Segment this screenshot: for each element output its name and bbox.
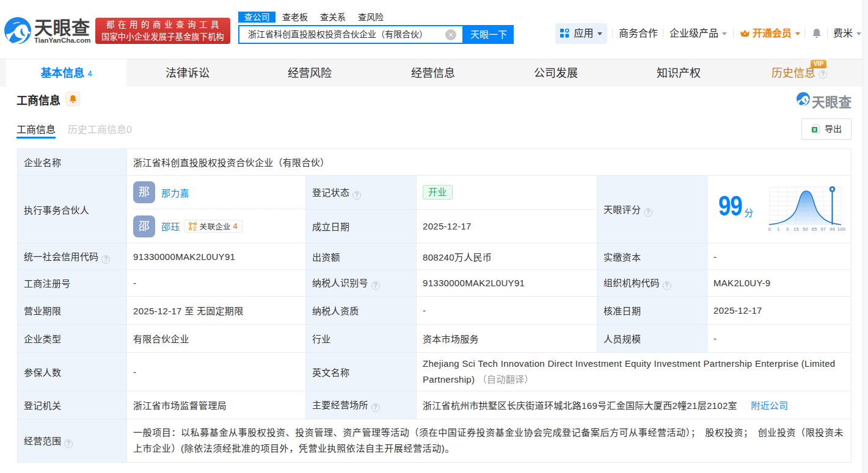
svg-text:1: 1 <box>777 226 779 232</box>
svg-text:99: 99 <box>830 226 836 232</box>
svg-text:97: 97 <box>821 226 826 232</box>
svg-text:15: 15 <box>794 226 800 232</box>
svg-text:85: 85 <box>812 226 817 232</box>
svg-text:3: 3 <box>786 226 789 232</box>
svg-text:100: 100 <box>837 226 845 232</box>
svg-text:企: 企 <box>192 225 197 231</box>
svg-text:0: 0 <box>768 226 771 232</box>
svg-text:50: 50 <box>803 226 808 232</box>
